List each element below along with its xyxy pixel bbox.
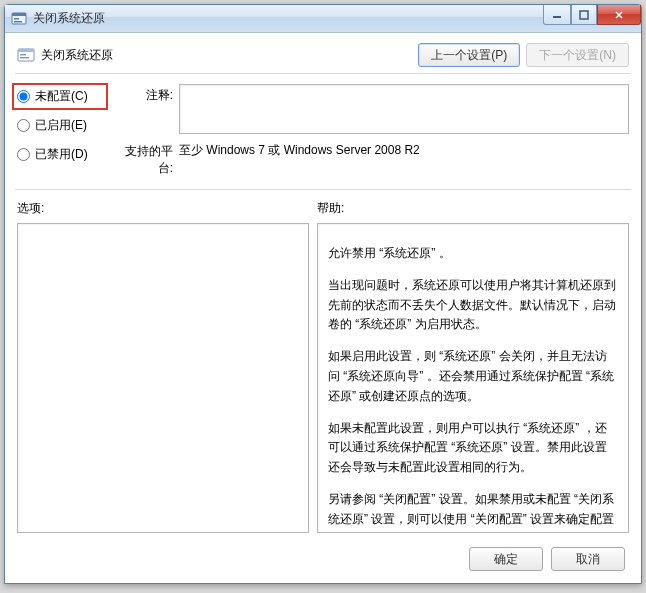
svg-rect-7 bbox=[18, 49, 34, 52]
next-setting-button: 下一个设置(N) bbox=[526, 43, 629, 67]
cancel-button[interactable]: 取消 bbox=[551, 547, 625, 571]
radio-not-configured-input[interactable] bbox=[17, 90, 30, 103]
titlebar[interactable]: 关闭系统还原 bbox=[5, 5, 641, 33]
help-paragraph: 当出现问题时，系统还原可以使用户将其计算机还原到先前的状态而不丢失个人数据文件。… bbox=[328, 276, 618, 335]
options-label: 选项: bbox=[17, 200, 309, 217]
help-paragraph: 允许禁用 “系统还原” 。 bbox=[328, 244, 618, 264]
help-paragraph: 另请参阅 “关闭配置” 设置。如果禁用或未配置 “关闭系统还原” 设置，则可以使… bbox=[328, 490, 618, 533]
header-row: 关闭系统还原 上一个设置(P) 下一个设置(N) bbox=[15, 41, 631, 74]
svg-rect-4 bbox=[553, 16, 561, 18]
svg-rect-1 bbox=[12, 13, 26, 16]
radio-group: 未配置(C) 已启用(E) 已禁用(D) bbox=[17, 84, 103, 177]
radio-enabled[interactable]: 已启用(E) bbox=[17, 117, 103, 134]
radio-disabled-input[interactable] bbox=[17, 148, 30, 161]
svg-rect-5 bbox=[580, 11, 588, 19]
app-icon bbox=[11, 11, 27, 27]
options-pane[interactable] bbox=[17, 223, 309, 533]
policy-icon bbox=[17, 46, 35, 64]
svg-rect-9 bbox=[20, 57, 29, 58]
radio-label: 已禁用(D) bbox=[35, 146, 88, 163]
platform-label: 支持的平台: bbox=[111, 140, 173, 177]
maximize-button[interactable] bbox=[571, 5, 597, 25]
radio-label: 已启用(E) bbox=[35, 117, 87, 134]
close-button[interactable] bbox=[597, 5, 641, 25]
ok-button[interactable]: 确定 bbox=[469, 547, 543, 571]
help-pane[interactable]: 允许禁用 “系统还原” 。 当出现问题时，系统还原可以使用户将其计算机还原到先前… bbox=[317, 223, 629, 533]
help-paragraph: 如果未配置此设置，则用户可以执行 “系统还原” ，还可以通过系统保护配置 “系统… bbox=[328, 419, 618, 478]
client-area: 关闭系统还原 上一个设置(P) 下一个设置(N) 未配置(C) 已启用(E) bbox=[5, 33, 641, 583]
comment-label: 注释: bbox=[111, 84, 173, 134]
svg-rect-8 bbox=[20, 54, 26, 55]
radio-not-configured[interactable]: 未配置(C) bbox=[12, 83, 108, 110]
platform-text: 至少 Windows 7 或 Windows Server 2008 R2 bbox=[179, 140, 629, 177]
footer: 确定 取消 bbox=[15, 539, 631, 573]
dialog-window: 关闭系统还原 关闭系统还原 上一个设置(P) 下一个设置(N) bbox=[4, 4, 642, 584]
radio-disabled[interactable]: 已禁用(D) bbox=[17, 146, 103, 163]
svg-rect-2 bbox=[14, 18, 19, 20]
help-label: 帮助: bbox=[317, 200, 344, 217]
pane-labels: 选项: 帮助: bbox=[15, 200, 631, 217]
window-title: 关闭系统还原 bbox=[33, 10, 105, 27]
comment-input[interactable] bbox=[179, 84, 629, 134]
panes: 允许禁用 “系统还原” 。 当出现问题时，系统还原可以使用户将其计算机还原到先前… bbox=[15, 223, 631, 533]
help-paragraph: 如果启用此设置，则 “系统还原” 会关闭，并且无法访问 “系统还原向导” 。还会… bbox=[328, 347, 618, 406]
radio-label: 未配置(C) bbox=[35, 88, 88, 105]
svg-rect-3 bbox=[14, 21, 22, 23]
config-section: 未配置(C) 已启用(E) 已禁用(D) 注释: 支持的平台: bbox=[15, 80, 631, 179]
window-controls bbox=[543, 5, 641, 25]
divider bbox=[15, 189, 631, 190]
previous-setting-button[interactable]: 上一个设置(P) bbox=[418, 43, 520, 67]
page-title: 关闭系统还原 bbox=[41, 47, 113, 64]
radio-enabled-input[interactable] bbox=[17, 119, 30, 132]
minimize-button[interactable] bbox=[543, 5, 571, 25]
